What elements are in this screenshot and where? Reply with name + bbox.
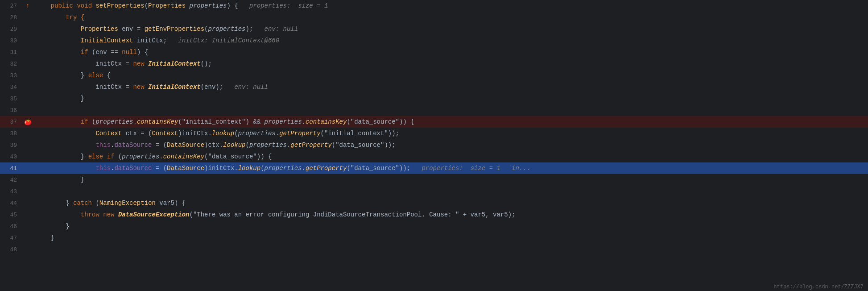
line-number: 39 xyxy=(0,142,21,149)
code-content: } xyxy=(34,220,859,232)
line-number: 27 xyxy=(0,3,21,9)
line-number: 36 xyxy=(0,107,21,114)
line-number: 33 xyxy=(0,72,21,79)
line-number: 46 xyxy=(0,223,21,230)
code-line: 28 try { xyxy=(0,12,868,23)
code-line: 31 if (env == null) { xyxy=(0,46,868,58)
code-content: if (properties.containsKey("initial_cont… xyxy=(34,116,859,128)
line-number: 43 xyxy=(0,188,21,195)
gutter: 🍅 xyxy=(21,118,34,126)
code-content: public void setProperties(Properties pro… xyxy=(34,0,859,12)
line-number: 35 xyxy=(0,96,21,102)
code-content: this.dataSource = (DataSource)ctx.lookup… xyxy=(34,139,859,151)
line-number: 40 xyxy=(0,154,21,160)
code-line: 47 } xyxy=(0,232,868,244)
code-line: 37🍅 if (properties.containsKey("initial_… xyxy=(0,116,868,128)
code-content: if (env == null) { xyxy=(34,46,859,58)
line-number: 44 xyxy=(0,200,21,207)
line-number: 45 xyxy=(0,212,21,218)
line-number: 38 xyxy=(0,130,21,137)
url-text: https://blog.csdn.net/ZZZJX7 xyxy=(773,284,864,290)
code-content: } xyxy=(34,232,859,244)
code-content: initCtx = new InitialContext(env); env: … xyxy=(34,81,859,93)
line-number: 41 xyxy=(0,165,21,172)
line-number: 30 xyxy=(0,37,21,44)
code-content: Context ctx = (Context)initCtx.lookup(pr… xyxy=(34,128,859,139)
code-content: } catch (NamingException var5) { xyxy=(34,197,859,209)
line-number: 48 xyxy=(0,246,21,253)
code-line: 38 Context ctx = (Context)initCtx.lookup… xyxy=(0,128,868,139)
code-line: 48 xyxy=(0,244,868,255)
code-line: 40 } else if (properties.containsKey("da… xyxy=(0,151,868,162)
arrow-icon: ↑ xyxy=(26,2,29,9)
line-number: 42 xyxy=(0,177,21,183)
code-content: this.dataSource = (DataSource)initCtx.lo… xyxy=(34,162,859,174)
code-line: 30 InitialContext initCtx; initCtx: Init… xyxy=(0,35,868,46)
breakpoint-icon: 🍅 xyxy=(24,118,32,126)
code-line: 29 Properties env = getEnvProperties(pro… xyxy=(0,23,868,35)
code-line: 39 this.dataSource = (DataSource)ctx.loo… xyxy=(0,139,868,151)
line-number: 31 xyxy=(0,49,21,56)
code-line: 43 xyxy=(0,186,868,197)
code-content: } xyxy=(34,93,859,104)
code-content: InitialContext initCtx; initCtx: Initial… xyxy=(34,35,859,46)
code-line: 27↑ public void setProperties(Properties… xyxy=(0,0,868,12)
url-bar: https://blog.csdn.net/ZZZJX7 xyxy=(773,283,864,290)
line-number: 28 xyxy=(0,14,21,21)
code-content: try { xyxy=(34,12,859,23)
code-content: } xyxy=(34,174,859,186)
code-content: throw new DataSourceException("There was… xyxy=(34,209,859,220)
line-number: 37 xyxy=(0,119,21,125)
code-line: 35 } xyxy=(0,93,868,104)
code-line: 42 } xyxy=(0,174,868,186)
gutter: ↑ xyxy=(21,2,34,9)
line-number: 29 xyxy=(0,26,21,33)
code-content: Properties env = getEnvProperties(proper… xyxy=(34,23,859,35)
code-content: } else { xyxy=(34,70,859,81)
code-line: 45 throw new DataSourceException("There … xyxy=(0,209,868,220)
code-line: 46 } xyxy=(0,220,868,232)
code-content: initCtx = new InitialContext(); xyxy=(34,58,859,70)
code-editor: 27↑ public void setProperties(Properties… xyxy=(0,0,868,291)
line-number: 32 xyxy=(0,61,21,67)
code-line: 34 initCtx = new InitialContext(env); en… xyxy=(0,81,868,93)
code-line: 36 xyxy=(0,104,868,116)
line-number: 47 xyxy=(0,235,21,241)
code-line: 32 initCtx = new InitialContext(); xyxy=(0,58,868,70)
line-number: 34 xyxy=(0,84,21,91)
code-content: } else if (properties.containsKey("data_… xyxy=(34,151,859,162)
code-line: 44 } catch (NamingException var5) { xyxy=(0,197,868,209)
code-line: 41 this.dataSource = (DataSource)initCtx… xyxy=(0,162,868,174)
code-line: 33 } else { xyxy=(0,70,868,81)
